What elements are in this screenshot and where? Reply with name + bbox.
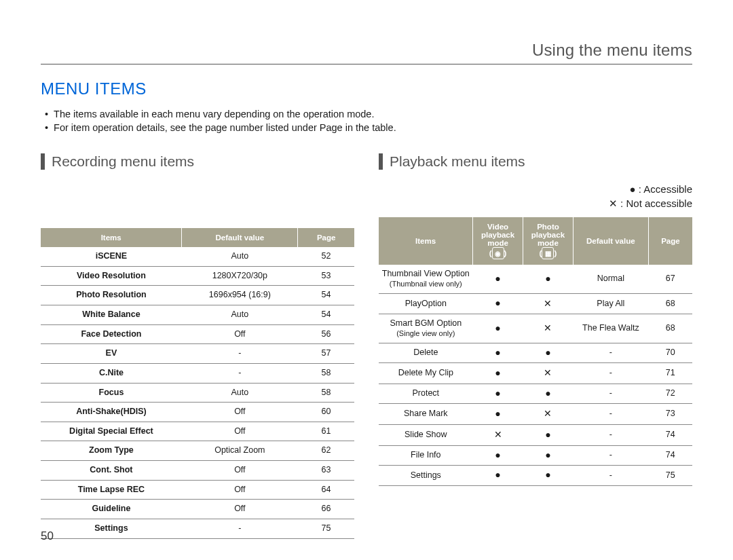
col-header-items: Items xyxy=(379,217,473,265)
cell-page: 60 xyxy=(298,403,354,422)
cell-item: Anti-Shake(HDIS) xyxy=(41,403,182,422)
cell-item: Photo Resolution xyxy=(41,286,182,305)
cell-page: 75 xyxy=(648,466,692,486)
cell-photo: ● xyxy=(523,445,574,466)
cell-page: 57 xyxy=(298,344,354,364)
cell-page: 58 xyxy=(298,363,354,383)
accessible-icon: ● xyxy=(545,388,550,398)
cell-item: Settings xyxy=(379,466,473,486)
cell-photo: ✕ xyxy=(523,293,574,314)
table-row: Smart BGM Option(Single view only)●✕The … xyxy=(379,314,692,343)
cell-page: 52 xyxy=(298,247,354,266)
cell-page: 53 xyxy=(298,266,354,286)
cell-item: Digital Special Effect xyxy=(41,422,182,441)
table-row: EV-57 xyxy=(41,344,354,364)
section-title: Menu Items xyxy=(41,79,692,98)
cell-photo: ● xyxy=(523,425,574,446)
cell-default: Off xyxy=(182,480,298,500)
page-number: 50 xyxy=(41,529,54,543)
cell-page: 70 xyxy=(648,343,692,363)
table-row: C.Nite-58 xyxy=(41,363,354,383)
accessible-icon: ● xyxy=(545,347,550,358)
recording-table: Items Default value Page iSCENEAuto52Vid… xyxy=(41,228,354,538)
cell-page: 54 xyxy=(298,305,354,325)
col-header-page: Page xyxy=(648,217,692,265)
table-row: Cont. ShotOff63 xyxy=(41,461,354,481)
table-row: Settings●●-75 xyxy=(379,466,692,486)
accessible-icon: ● xyxy=(495,273,500,284)
cell-item: PlayOption xyxy=(379,293,473,314)
cell-video: ● xyxy=(473,293,523,314)
cell-default: Optical Zoom xyxy=(182,441,298,461)
cell-page: 75 xyxy=(298,519,354,538)
cell-page: 54 xyxy=(298,286,354,305)
cell-default: - xyxy=(573,466,648,486)
col-header-page: Page xyxy=(298,228,354,247)
cell-page: 74 xyxy=(648,425,692,446)
cell-page: 74 xyxy=(648,445,692,466)
table-row: Thumbnail View Option(Thumbnail view onl… xyxy=(379,265,692,293)
cell-item: Cont. Shot xyxy=(41,461,182,481)
cell-video: ● xyxy=(473,466,523,486)
cell-page: 56 xyxy=(298,324,354,344)
cell-video: ● xyxy=(473,445,523,466)
cell-item: Delete xyxy=(379,343,473,363)
cell-default: - xyxy=(573,445,648,466)
bullet-item: For item operation details, see the page… xyxy=(45,122,692,135)
table-row: File Info●●-74 xyxy=(379,445,692,466)
cell-default: Off xyxy=(182,500,298,519)
cell-item: iSCENE xyxy=(41,247,182,266)
cell-default: Off xyxy=(182,403,298,422)
photo-mode-icon: ▦ xyxy=(542,247,554,259)
cell-item: Settings xyxy=(41,519,182,538)
cell-default: Off xyxy=(182,422,298,441)
cell-page: 66 xyxy=(298,500,354,519)
cell-default: - xyxy=(573,404,648,425)
playback-title: Playback menu items xyxy=(379,153,692,170)
accessible-icon: ● xyxy=(495,388,500,398)
accessible-icon: ● xyxy=(495,408,500,419)
table-row: FocusAuto58 xyxy=(41,383,354,403)
cell-video: ● xyxy=(473,343,523,363)
table-row: Slide Show✕●-74 xyxy=(379,425,692,446)
cell-default: - xyxy=(573,425,648,446)
cell-video: ● xyxy=(473,265,523,293)
table-row: Protect●●-72 xyxy=(379,384,692,404)
not-accessible-icon: ✕ xyxy=(544,322,552,333)
col-header-video-mode: Video playback mode (◉) xyxy=(473,217,523,265)
col-header-default: Default value xyxy=(573,217,648,265)
cell-default: 1280X720/30p xyxy=(182,266,298,286)
cell-page: 62 xyxy=(298,441,354,461)
cell-page: 72 xyxy=(648,384,692,404)
cell-page: 61 xyxy=(298,422,354,441)
cell-page: 67 xyxy=(648,265,692,293)
not-accessible-icon: ✕ xyxy=(544,408,552,419)
recording-title: Recording menu items xyxy=(41,153,354,170)
cell-item: EV xyxy=(41,344,182,364)
video-mode-icon: ◉ xyxy=(492,247,504,259)
intro-bullets: The items available in each menu vary de… xyxy=(45,108,692,134)
col-header-photo-mode: Photo playback mode (▦) xyxy=(523,217,574,265)
cell-page: 63 xyxy=(298,461,354,481)
cell-video: ● xyxy=(473,314,523,343)
cell-default: The Flea Waltz xyxy=(573,314,648,343)
cell-item: Thumbnail View Option(Thumbnail view onl… xyxy=(379,265,473,293)
cell-photo: ✕ xyxy=(523,363,574,384)
cell-default: - xyxy=(573,343,648,363)
table-row: Delete●●-70 xyxy=(379,343,692,363)
cell-item: White Balance xyxy=(41,305,182,325)
col-header-default: Default value xyxy=(182,228,298,247)
cell-default: - xyxy=(182,363,298,383)
table-row: Digital Special EffectOff61 xyxy=(41,422,354,441)
accessible-icon: ● xyxy=(495,449,500,460)
table-row: Video Resolution1280X720/30p53 xyxy=(41,266,354,286)
cell-item: Focus xyxy=(41,383,182,403)
table-row: White BalanceAuto54 xyxy=(41,305,354,325)
cell-default: Auto xyxy=(182,247,298,266)
cell-default: - xyxy=(182,519,298,538)
not-accessible-icon: ✕ xyxy=(494,429,502,440)
cell-item: C.Nite xyxy=(41,363,182,383)
cell-page: 68 xyxy=(648,293,692,314)
cell-page: 58 xyxy=(298,383,354,403)
bullet-item: The items available in each menu vary de… xyxy=(45,108,692,122)
